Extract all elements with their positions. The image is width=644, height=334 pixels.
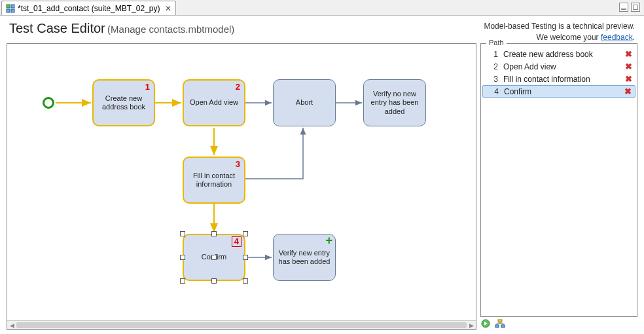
scroll-thumb[interactable]	[16, 322, 467, 328]
node-label: Verify no new entry has been added	[367, 90, 423, 116]
path-row-num: 4	[486, 87, 499, 96]
svg-rect-13	[495, 325, 499, 327]
path-row[interactable]: 3 Fill in contact information ✖	[482, 73, 635, 85]
node-label: Fill in contact information	[187, 172, 241, 189]
preview-line1: Model-based Testing is a technical previ…	[484, 21, 635, 32]
path-row-label: Open Add view	[503, 62, 618, 71]
resize-handle-n[interactable]	[211, 231, 217, 236]
close-icon[interactable]: ✕	[165, 4, 171, 13]
step-number: 3	[236, 159, 240, 170]
hierarchy-icon[interactable]	[495, 318, 505, 329]
delete-icon[interactable]: ✖	[623, 86, 632, 96]
step-number: 4	[232, 236, 241, 247]
step-number: 2	[236, 82, 240, 92]
svg-rect-0	[7, 5, 10, 8]
delete-icon[interactable]: ✖	[624, 74, 633, 84]
step-number: 1	[145, 82, 150, 92]
resize-handle-nw[interactable]	[180, 231, 185, 236]
title-block: Test Case Editor (Manage contacts.mbtmod…	[9, 21, 234, 36]
editor-tab[interactable]: *tst_01_add_contact (suite_MBT_02_py) ✕	[1, 1, 176, 15]
svg-rect-14	[501, 325, 505, 327]
maximize-icon[interactable]	[631, 3, 640, 12]
page-subtitle: (Manage contacts.mbtmodel)	[107, 24, 234, 35]
path-panel-title: Path	[486, 39, 507, 46]
node-abort[interactable]: Abort	[273, 79, 336, 126]
delete-icon[interactable]: ✖	[624, 49, 633, 59]
delete-icon[interactable]: ✖	[624, 62, 633, 71]
horizontal-scrollbar[interactable]: ◀ ▶	[7, 320, 476, 329]
tab-bar: *tst_01_add_contact (suite_MBT_02_py) ✕	[0, 0, 644, 16]
svg-rect-3	[11, 9, 14, 12]
path-panel: Path 1 Create new address book ✖ 2 Open …	[480, 43, 637, 317]
bottom-toolbar	[480, 317, 637, 330]
path-row-num: 3	[485, 75, 498, 84]
window-controls	[619, 3, 640, 12]
editor-header: Test Case Editor (Manage contacts.mbtmod…	[0, 16, 644, 46]
resize-handle-ne[interactable]	[243, 231, 248, 236]
node-label: Abort	[296, 98, 313, 107]
testcase-icon	[6, 4, 15, 13]
path-row-num: 1	[485, 50, 498, 59]
resize-handle-e[interactable]	[243, 255, 248, 260]
minimize-icon[interactable]	[619, 3, 628, 12]
node-fill-contact-info[interactable]: 3 Fill in contact information	[183, 157, 245, 204]
resize-handle-se[interactable]	[243, 278, 248, 284]
preview-prefix: We welcome your	[536, 33, 600, 42]
node-verify-no-new-entry[interactable]: Verify no new entry has been added	[363, 79, 426, 126]
resize-handle-s[interactable]	[211, 278, 217, 284]
path-row[interactable]: 4 Confirm ✖	[482, 85, 635, 98]
preview-notice: Model-based Testing is a technical previ…	[484, 21, 635, 43]
path-list: 1 Create new address book ✖ 2 Open Add v…	[481, 44, 637, 102]
node-label: Verify new entry has been added	[276, 249, 332, 266]
path-row[interactable]: 2 Open Add view ✖	[482, 60, 635, 73]
path-row-label: Fill in contact information	[503, 75, 618, 84]
page-title: Test Case Editor	[9, 21, 105, 35]
svg-rect-1	[11, 5, 14, 8]
path-row[interactable]: 1 Create new address book ✖	[482, 48, 635, 60]
path-row-label: Create new address book	[503, 50, 618, 59]
node-open-add-view[interactable]: 2 Open Add view	[183, 79, 245, 126]
plus-icon: +	[325, 236, 332, 245]
right-pane: Path 1 Create new address book ✖ 2 Open …	[480, 43, 637, 330]
node-label: Open Add view	[190, 98, 238, 107]
node-create-address-book[interactable]: 1 Create new address book	[92, 79, 155, 126]
start-node[interactable]	[43, 97, 54, 109]
preview-suffix: .	[633, 33, 635, 42]
resize-handle-w[interactable]	[180, 255, 185, 260]
diagram-canvas[interactable]: 1 Create new address book 2 Open Add vie…	[7, 43, 476, 330]
path-row-num: 2	[485, 62, 498, 71]
resize-handle-c[interactable]	[211, 255, 217, 260]
preview-line2: We welcome your feedback.	[484, 32, 635, 43]
run-icon[interactable]	[480, 318, 491, 329]
scroll-left-icon[interactable]: ◀	[7, 321, 16, 329]
path-row-label: Confirm	[504, 87, 618, 96]
main-area: 1 Create new address book 2 Open Add vie…	[7, 43, 637, 330]
svg-rect-12	[498, 320, 502, 322]
svg-rect-2	[7, 9, 10, 12]
feedback-link[interactable]: feedback	[601, 33, 633, 42]
tab-label: *tst_01_add_contact (suite_MBT_02_py)	[18, 4, 160, 13]
node-verify-new-entry[interactable]: + Verify new entry has been added	[273, 234, 336, 281]
resize-handle-sw[interactable]	[180, 278, 185, 284]
scroll-right-icon[interactable]: ▶	[467, 321, 476, 329]
node-label: Create new address book	[96, 94, 151, 111]
